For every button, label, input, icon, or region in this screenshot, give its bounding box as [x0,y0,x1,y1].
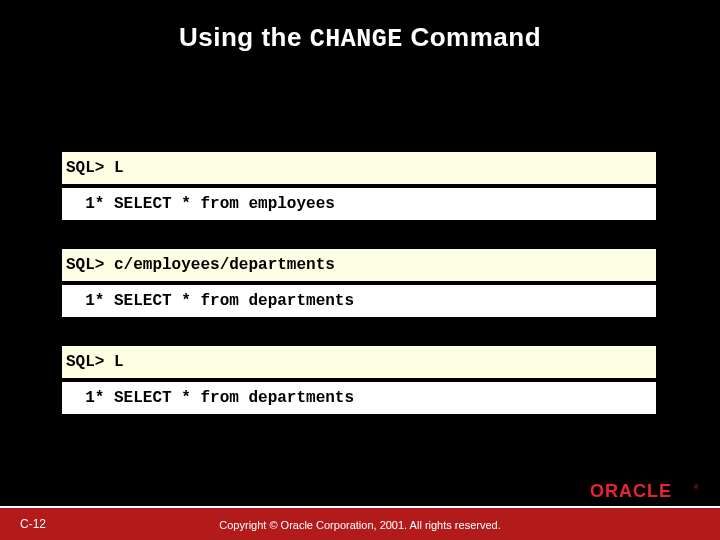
sql-command-3: SQL> L [60,344,658,380]
sql-command-2: SQL> c/employees/departments [60,247,658,283]
oracle-logo-text: ORACLE [590,482,672,501]
svg-text:®: ® [694,484,699,490]
oracle-logo: ORACLE ® [590,482,702,502]
sql-command-1: SQL> L [60,150,658,186]
sql-output-3: 1* SELECT * from departments [60,380,658,416]
footer-bar: C-12 Copyright © Oracle Corporation, 200… [0,508,720,540]
sql-output-2: 1* SELECT * from departments [60,283,658,319]
code-area: SQL> L 1* SELECT * from employees SQL> c… [60,150,658,441]
sql-output-1: 1* SELECT * from employees [60,186,658,222]
slide-title: Using the CHANGE Command [0,0,720,54]
title-command: CHANGE [310,25,403,54]
copyright-text: Copyright © Oracle Corporation, 2001. Al… [0,519,720,531]
title-pre: Using the [179,22,310,52]
title-post: Command [403,22,541,52]
